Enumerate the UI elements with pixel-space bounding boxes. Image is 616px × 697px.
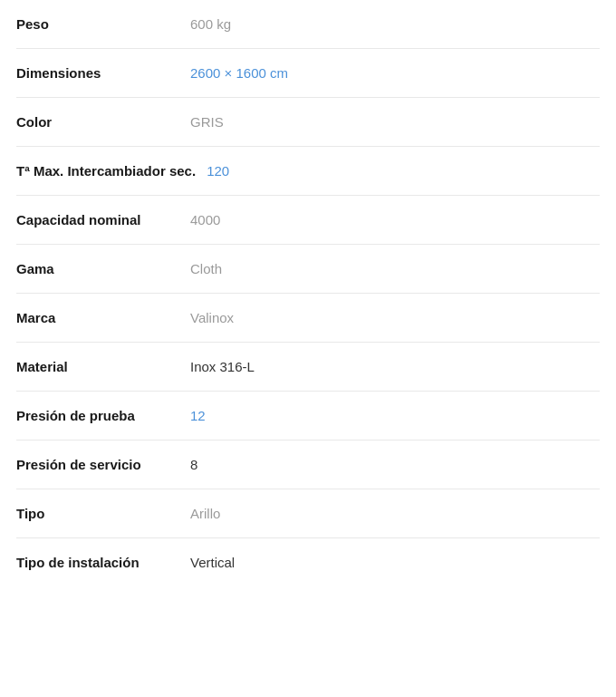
spec-row-ta-max: Tª Max. Intercambiador sec.120 (16, 147, 600, 196)
spec-label-capacidad-nominal: Capacidad nominal (16, 212, 179, 227)
spec-value-color: GRIS (190, 114, 224, 130)
spec-label-presion-servicio: Presión de servicio (16, 457, 179, 472)
spec-label-gama: Gama (16, 261, 179, 276)
spec-row-presion-servicio: Presión de servicio8 (16, 440, 600, 489)
spec-value-presion-prueba: 12 (190, 408, 206, 423)
spec-label-dimensiones: Dimensiones (16, 65, 179, 81)
spec-label-ta-max: Tª Max. Intercambiador sec. (16, 163, 196, 179)
spec-row-presion-prueba: Presión de prueba12 (16, 392, 600, 440)
spec-value-dimensiones: 2600 × 1600 cm (190, 65, 288, 81)
spec-label-tipo: Tipo (16, 506, 179, 521)
spec-row-marca: MarcaValinox (16, 294, 600, 343)
spec-value-ta-max: 120 (207, 163, 229, 179)
spec-label-material: Material (16, 359, 179, 374)
spec-value-gama: Cloth (190, 261, 222, 276)
spec-value-tipo-instalacion: Vertical (190, 555, 235, 570)
spec-row-tipo-instalacion: Tipo de instalaciónVertical (16, 538, 600, 586)
spec-value-peso: 600 kg (190, 16, 231, 32)
spec-row-peso: Peso600 kg (16, 0, 600, 49)
spec-label-peso: Peso (16, 16, 179, 32)
spec-row-tipo: TipoArillo (16, 489, 600, 538)
spec-row-dimensiones: Dimensiones2600 × 1600 cm (16, 49, 600, 98)
spec-row-material: MaterialInox 316-L (16, 343, 600, 392)
spec-label-marca: Marca (16, 310, 179, 325)
spec-value-presion-servicio: 8 (190, 457, 197, 472)
spec-row-capacidad-nominal: Capacidad nominal4000 (16, 196, 600, 245)
spec-label-tipo-instalacion: Tipo de instalación (16, 555, 179, 570)
spec-label-color: Color (16, 114, 179, 130)
specs-table: Peso600 kgDimensiones2600 × 1600 cmColor… (0, 0, 616, 586)
spec-value-material: Inox 316-L (190, 359, 255, 374)
spec-value-tipo: Arillo (190, 506, 220, 521)
spec-label-presion-prueba: Presión de prueba (16, 408, 179, 423)
spec-row-gama: GamaCloth (16, 245, 600, 294)
spec-row-color: ColorGRIS (16, 98, 600, 147)
spec-value-marca: Valinox (190, 310, 234, 325)
spec-value-capacidad-nominal: 4000 (190, 212, 220, 227)
